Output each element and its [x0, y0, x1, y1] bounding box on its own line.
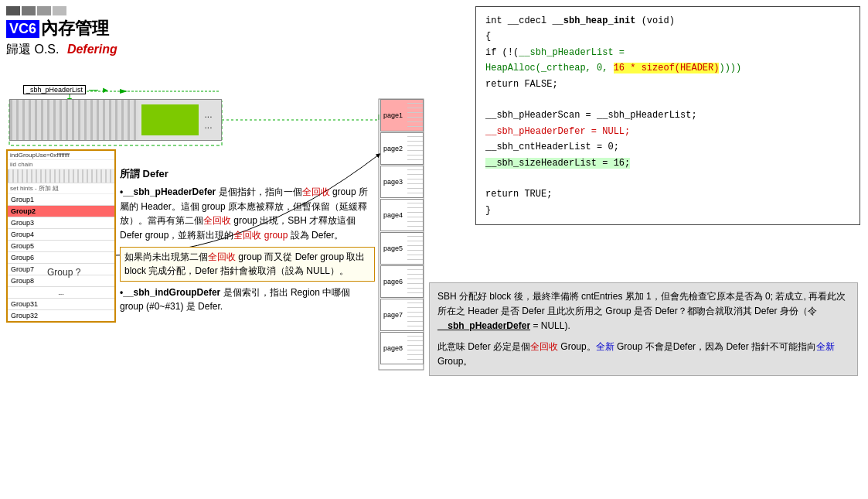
code-line-5: return FALSE; — [485, 77, 850, 92]
stripe-1 — [6, 6, 20, 15]
bottom-box: SBH 分配好 block 後，最終準備將 cntEntries 累加 1，但會… — [429, 282, 858, 376]
green-block — [141, 104, 199, 135]
desc-bold-2: •__sbh_indGroupDefer — [120, 287, 220, 298]
page4-label: page4 — [383, 211, 403, 219]
page7-pattern — [407, 299, 423, 330]
bottom-para2: 此意味 Defer 必定是個全回收 Group。全新 Group 不會是Defe… — [437, 340, 849, 369]
group-list-box: indGroupUse=0xffffffff iid chain set hin… — [6, 149, 116, 323]
code-line-2: { — [485, 29, 850, 44]
code-line-blank2 — [485, 171, 850, 186]
code-line-blank1 — [485, 92, 850, 108]
bottom-para1: SBH 分配好 block 後，最終準備將 cntEntries 累加 1，但會… — [437, 289, 849, 333]
group-item-6: Group6 — [8, 252, 114, 264]
desc-red-3: 全回收 group — [233, 230, 288, 241]
group-item-dots: ... — [8, 287, 114, 299]
svg-marker-7 — [120, 89, 128, 94]
desc-red-4: 全回收 — [208, 251, 236, 262]
page-block-2: page2 — [380, 132, 424, 165]
desc-para2: 如果尚未出現第二個全回收 group 而又從 Defer group 取出 bl… — [120, 247, 375, 282]
desc-para1: •__sbh_pHeaderDefer 是個指針，指向一個全回收 group 所… — [120, 185, 375, 242]
page8-label: page8 — [383, 344, 403, 352]
page2-pattern — [407, 133, 423, 164]
page-block-5: page5 — [380, 232, 424, 265]
code-line-1: int __cdecl __sbh_heap_init (void) — [485, 13, 850, 29]
bottom-bold-1: __sbh_pHeaderDefer — [437, 320, 530, 331]
vc6-badge: VC6 — [6, 20, 39, 38]
page6-label: page6 — [383, 278, 403, 285]
code-line-3: if (!(__sbh_pHeaderList = — [485, 45, 850, 60]
code-line-10: return TRUE; — [485, 186, 850, 202]
group-item-1: Group1 — [8, 194, 114, 206]
group-item-32: Group32 — [8, 310, 114, 321]
group-item-3: Group3 — [8, 217, 114, 229]
code-box: int __cdecl __sbh_heap_init (void) { if … — [475, 6, 860, 225]
desc-text-1: 是個指針，指向一個 — [219, 186, 302, 197]
group-item-31: Group31 — [8, 299, 114, 310]
page-title: 內存管理 — [41, 17, 109, 40]
memory-bar: ... ... — [9, 99, 222, 141]
subtitle-italic: Defering — [67, 43, 117, 56]
arrow-connector — [89, 90, 98, 91]
code-line-4: HeapAlloc(_crtheap, 0, 16 * sizeof(HEADE… — [485, 60, 850, 76]
stripe-3 — [37, 6, 51, 15]
arrow-head: ► — [101, 85, 110, 94]
page-blocks-column: page1 page2 page3 page4 page5 page6 page… — [380, 99, 427, 365]
page4-pattern — [407, 200, 423, 231]
group-pattern-row — [8, 169, 114, 183]
code-func-name: __sbh_heap_init — [552, 15, 635, 26]
desc-text-4: 設為 Defer。 — [288, 230, 343, 241]
header-area: VC6 內存管理 歸還 O.S. Defering — [6, 6, 223, 58]
page-block-7: page7 — [380, 299, 424, 331]
code-highlight-1: 16 * sizeof(HEADER) — [614, 63, 720, 73]
page-block-6: page6 — [380, 265, 424, 298]
code-red-1: __sbh_pHeaderDefer = NULL; — [485, 126, 630, 137]
page-block-8: page8 — [380, 332, 424, 364]
page1-pattern — [407, 100, 423, 131]
stripe-4 — [53, 6, 66, 15]
desc-para3: •__sbh_indGroupDefer 是個索引，指出 Region 中哪個 … — [120, 285, 375, 314]
page-block-4: page4 — [380, 199, 424, 231]
group-item-2: Group2 — [8, 206, 114, 217]
stripe-2 — [22, 6, 36, 15]
page5-label: page5 — [383, 244, 403, 252]
logo-stripes — [6, 6, 223, 15]
subtitle-prefix: 歸還 O.S. — [6, 43, 59, 56]
bottom-blue-1: 全新 — [596, 341, 614, 352]
group-header2: iid chain — [8, 160, 114, 169]
code-line-9: __sbh_sizeHeaderList = 16; — [485, 156, 850, 171]
group-question-label: Group ? — [47, 267, 80, 278]
subtitle-line: 歸還 O.S. Defering — [6, 42, 223, 58]
memory-pattern — [10, 100, 138, 140]
page7-label: page7 — [383, 311, 403, 319]
group-item-4: Group4 — [8, 229, 114, 241]
group-item-5: Group5 — [8, 241, 114, 252]
pheaderlist-label: _sbh_pHeaderList — [23, 85, 86, 94]
desc-red-1: 全回收 — [302, 186, 330, 197]
code-highlight-2: __sbh_sizeHeaderList = 16; — [485, 158, 630, 169]
desc-bold-1: •__sbh_pHeaderDefer — [120, 186, 216, 197]
group-header1: indGroupUse=0xffffffff — [8, 151, 114, 160]
bottom-blue-2: 全新 — [816, 341, 835, 352]
desc-title: 所謂 Defer — [120, 166, 375, 182]
group-subheader: set hints - 所加 組 — [8, 183, 114, 194]
code-line-7: __sbh_pHeaderDefer = NULL; — [485, 124, 850, 139]
main-container: VC6 內存管理 歸還 O.S. Defering _sbh_pHeaderLi… — [0, 0, 868, 499]
page-block-3: page3 — [380, 166, 424, 198]
page3-label: page3 — [383, 178, 403, 186]
dots-text: ... ... — [202, 109, 222, 131]
desc-red-2: 全回收 — [203, 215, 231, 226]
code-line-8: __sbh_cntHeaderList = 0; — [485, 139, 850, 155]
page3-pattern — [407, 166, 423, 197]
page1-label: page1 — [383, 111, 403, 119]
page8-pattern — [407, 333, 423, 364]
code-line-11: } — [485, 203, 850, 218]
description-box: 所謂 Defer •__sbh_pHeaderDefer 是個指針，指向一個全回… — [120, 166, 375, 314]
code-line-6: __sbh_pHeaderScan = __sbh_pHeaderList; — [485, 108, 850, 123]
desc-text-5: 如果尚未出現第二個 — [124, 251, 208, 262]
bottom-red-1: 全回收 — [530, 341, 558, 352]
page6-pattern — [407, 266, 423, 297]
page-block-1: page1 — [380, 99, 424, 132]
code-green-2: HeapAlloc(_crtheap, 0, — [485, 63, 614, 73]
page2-label: page2 — [383, 145, 403, 152]
code-green-1: __sbh_pHeaderList = — [519, 47, 625, 58]
